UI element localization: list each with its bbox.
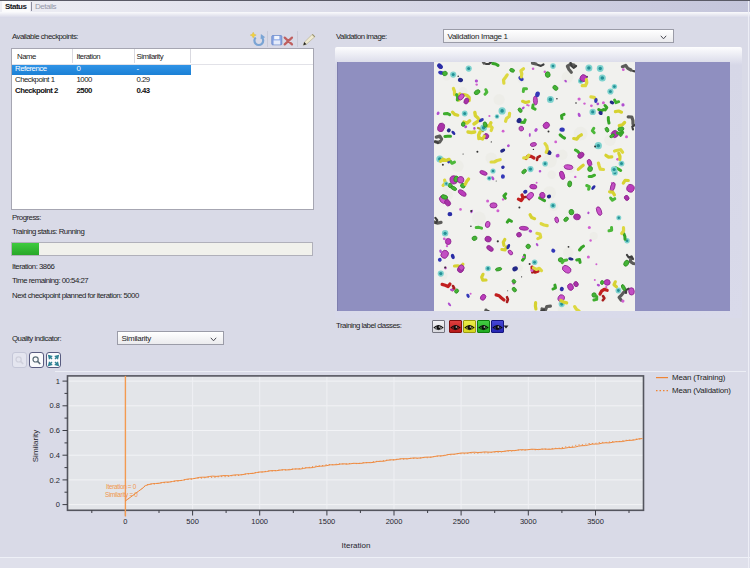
svg-text:Mean (Training): Mean (Training) <box>672 373 726 382</box>
svg-text:3000: 3000 <box>520 517 537 526</box>
svg-text:0: 0 <box>123 517 127 526</box>
svg-text:2000: 2000 <box>386 517 403 526</box>
svg-text:3500: 3500 <box>587 517 604 526</box>
svg-text:500: 500 <box>186 517 199 526</box>
svg-text:Similarity: Similarity <box>31 430 40 462</box>
svg-text:0.8: 0.8 <box>50 401 60 410</box>
svg-text:2500: 2500 <box>453 517 470 526</box>
svg-text:0: 0 <box>56 500 60 509</box>
svg-text:Mean (Validation): Mean (Validation) <box>672 386 731 395</box>
svg-text:Iteration = 0: Iteration = 0 <box>106 483 137 490</box>
svg-text:1: 1 <box>56 377 60 386</box>
svg-text:1500: 1500 <box>319 517 336 526</box>
svg-text:1000: 1000 <box>251 517 268 526</box>
svg-text:0.6: 0.6 <box>50 426 60 435</box>
svg-text:0.4: 0.4 <box>50 451 60 460</box>
svg-text:Iteration: Iteration <box>342 541 371 550</box>
svg-text:0.2: 0.2 <box>50 476 60 485</box>
